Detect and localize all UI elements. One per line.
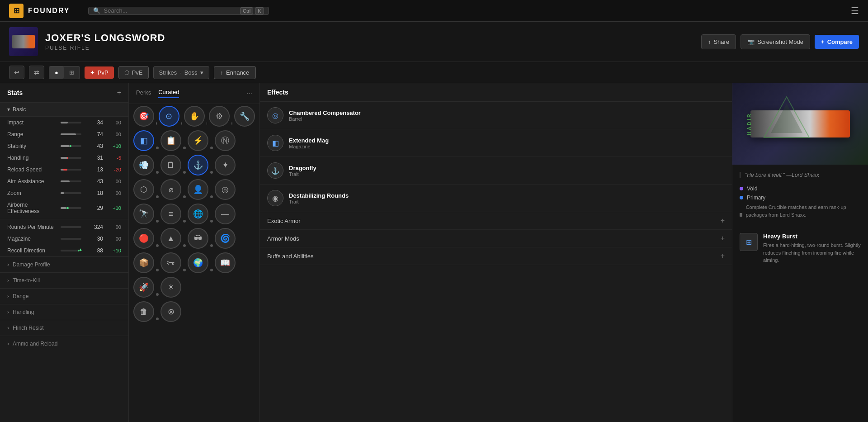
weapon-thumb-art: [12, 35, 35, 48]
perk-dot: [156, 147, 159, 149]
perk-icon-5[interactable]: 🔧: [234, 106, 255, 127]
perks-options-button[interactable]: ⋯: [246, 90, 252, 97]
ability-name: Heavy Burst: [763, 233, 861, 240]
perk-icon-15[interactable]: ⌀: [160, 179, 181, 200]
perk-icon-19[interactable]: ≡: [160, 204, 181, 224]
perk-icon-4[interactable]: ⚙: [209, 106, 230, 127]
perk-row-6: 🔴 ▲ 🕶 🌀: [129, 226, 259, 251]
perks-tab[interactable]: Perks: [136, 89, 151, 98]
weapon-name: JOXER'S LONGSWORD: [45, 32, 165, 44]
perk-icon-10[interactable]: 💨: [133, 155, 154, 175]
stat-magazine: Magazine 30 00: [0, 233, 128, 245]
ability-description: Fires a hard-hitting, two-round burst. S…: [763, 242, 861, 264]
perk-icon-16[interactable]: 👤: [188, 179, 208, 200]
screenshot-button[interactable]: 📷 Screenshot Mode: [741, 34, 810, 49]
svg-marker-1: [771, 104, 802, 133]
perk-icon-24[interactable]: 🕶: [188, 228, 208, 249]
perk-dot: [210, 269, 213, 271]
stat-impact: Impact 34 00: [0, 117, 128, 128]
perk-dot: [207, 122, 208, 125]
chevron-right-icon: ›: [7, 341, 9, 347]
perk-icon-9[interactable]: Ⓝ: [215, 130, 236, 151]
perk-icon-11[interactable]: 🗒: [160, 155, 181, 175]
strikes-dropdown[interactable]: Strikes - Boss ▾: [153, 66, 209, 79]
perk-icon-21[interactable]: —: [215, 204, 236, 224]
stat-stability: Stability 43 +10: [0, 140, 128, 152]
chevron-right-icon: ›: [7, 325, 9, 331]
perk-icon-17[interactable]: ◎: [215, 179, 236, 200]
enhance-button[interactable]: ↑ Enhance: [214, 66, 256, 79]
perk-icon-33[interactable]: ⊗: [160, 301, 181, 322]
handling-section[interactable]: › Handling: [0, 304, 128, 320]
perk-icon-12[interactable]: ⚓: [188, 155, 208, 175]
perk-icon-20[interactable]: 🌐: [188, 204, 208, 224]
perk-icon-22[interactable]: 🔴: [133, 228, 154, 249]
perk-icon-14[interactable]: ⬡: [133, 179, 154, 200]
perk-dot: [210, 220, 213, 223]
compare-button[interactable]: + Compare: [815, 35, 859, 49]
search-input[interactable]: [104, 7, 237, 14]
effect-extended-mag: ◧ Extended Mag Magazine: [260, 129, 732, 157]
perks-panel: Perks Curated ⋯ 🎯 ⊙ ✋ ⚙ 🔧 ◧ 📋 ⚡ Ⓝ: [129, 83, 260, 422]
perk-dot: [183, 195, 186, 198]
mode-grid-button[interactable]: ⊞: [64, 66, 80, 79]
perk-icon-8[interactable]: ⚡: [188, 130, 208, 151]
perk-dot: [156, 220, 159, 223]
weapon-actions: ↑ Share 📷 Screenshot Mode + Compare: [701, 34, 859, 49]
perk-icon-2[interactable]: ⊙: [159, 106, 179, 127]
perk-icon-28[interactable]: 🌍: [188, 252, 208, 273]
undo-button[interactable]: ↩: [9, 66, 24, 79]
primary-tag: Primary: [740, 194, 861, 201]
time-to-kill-section[interactable]: › Time-to-Kill: [0, 272, 128, 288]
hamburger-icon[interactable]: ☰: [851, 5, 859, 16]
perk-icon-31[interactable]: ☀: [160, 277, 181, 298]
perk-dot: [156, 122, 157, 125]
pve-tag[interactable]: ⬡ PvE: [118, 66, 149, 79]
perk-icon-23[interactable]: ▲: [160, 228, 181, 249]
range-section[interactable]: › Range: [0, 288, 128, 304]
effects-header: Effects: [260, 83, 732, 102]
perk-icon-3[interactable]: ✋: [184, 106, 205, 127]
perk-icon-13[interactable]: ✦: [215, 155, 236, 175]
pve-icon: ⬡: [124, 69, 129, 76]
stats-add-button[interactable]: +: [117, 89, 121, 97]
perk-icon-18[interactable]: 🔭: [133, 204, 154, 224]
perk-row-4: ⬡ ⌀ 👤 ◎: [129, 177, 259, 202]
perk-icon-7[interactable]: 📋: [160, 130, 181, 151]
perk-icon-6[interactable]: ◧: [133, 130, 154, 151]
effect-dragonfly: ⚓ Dragonfly Trait: [260, 157, 732, 185]
share-toolbar-button[interactable]: ⇄: [29, 66, 44, 79]
weapon-thumbnail: [9, 27, 38, 56]
perk-dot: [231, 122, 232, 125]
mode-circle-button[interactable]: ●: [49, 66, 64, 79]
stat-aim-assistance: Aim Assistance 43 00: [0, 175, 128, 187]
kbd-k: K: [255, 7, 264, 14]
perk-dot: [156, 171, 159, 174]
perk-icon-27[interactable]: 🗝: [160, 252, 181, 273]
perk-dot: [210, 195, 213, 198]
perk-dot: [156, 244, 159, 247]
perk-dot: [210, 171, 213, 174]
perk-icon-30[interactable]: 🚀: [133, 277, 154, 298]
exotic-armor-section[interactable]: Exotic Armor +: [260, 212, 732, 230]
flinch-resist-section[interactable]: › Flinch Resist: [0, 320, 128, 336]
topnav: ⊞ FOUNDRY 🔍 Ctrl K ☰: [0, 0, 868, 22]
perk-icon-25[interactable]: 🌀: [215, 228, 236, 249]
plus-expand-icon: +: [721, 234, 725, 242]
perk-icon-26[interactable]: 📦: [133, 252, 154, 273]
share-button[interactable]: ↑ Share: [701, 34, 736, 49]
chevron-down-icon: ▾: [200, 69, 203, 76]
pvp-tag[interactable]: ✦ PvP: [85, 66, 114, 79]
armor-mods-section[interactable]: Armor Mods +: [260, 230, 732, 247]
damage-profile-section[interactable]: › Damage Profile: [0, 256, 128, 272]
ammo-reload-section[interactable]: › Ammo and Reload: [0, 336, 128, 351]
search-bar[interactable]: 🔍 Ctrl K: [88, 7, 269, 15]
curated-tab[interactable]: Curated: [158, 89, 179, 98]
perk-icon-1[interactable]: 🎯: [133, 106, 154, 127]
void-tag: Void: [740, 185, 861, 192]
perk-icon-32[interactable]: 🗑: [133, 301, 154, 322]
perk-icon-29[interactable]: 📖: [215, 252, 236, 273]
buffs-abilities-section[interactable]: Buffs and Abilities +: [260, 247, 732, 265]
magazine-icon: ◧: [267, 135, 283, 151]
basic-section-toggle[interactable]: ▾ Basic: [0, 103, 128, 117]
